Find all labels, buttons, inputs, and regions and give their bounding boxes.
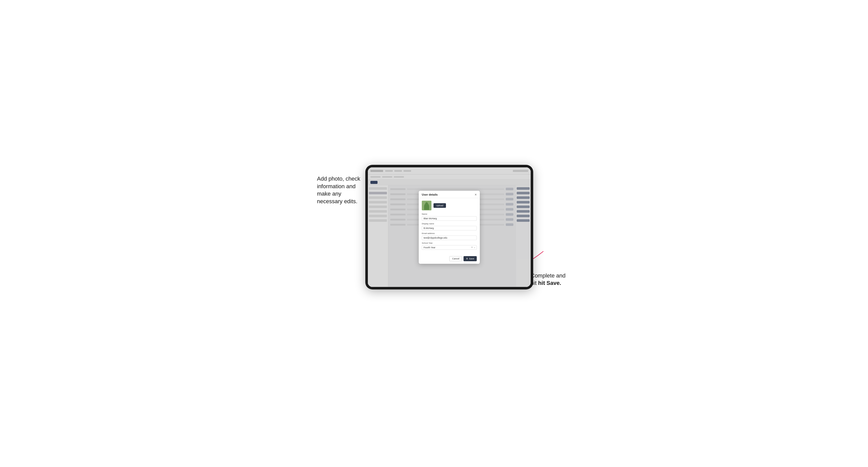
modal-footer: Cancel ⬆ Save	[419, 254, 480, 264]
school-year-field-group: School Year × ⌄	[422, 242, 477, 250]
email-input[interactable]	[422, 236, 477, 240]
photo-section: Upload	[422, 201, 477, 210]
modal-body: Upload Name Display name	[419, 198, 480, 254]
annotation-right-text1: Complete and	[531, 272, 565, 279]
select-clear-icon[interactable]: ×	[471, 246, 473, 249]
annotation-left-text3: make any	[317, 190, 341, 197]
modal-title: User details	[422, 193, 438, 196]
name-label: Name	[422, 213, 477, 215]
email-label: Email address	[422, 232, 477, 235]
modal-header: User details ×	[419, 191, 480, 198]
save-icon: ⬆	[466, 257, 468, 260]
annotation-left: Add photo, check information and make an…	[317, 175, 373, 205]
annotation-right-save: hit Save.	[538, 280, 561, 286]
scene: Add photo, check information and make an…	[319, 160, 549, 307]
email-field-group: Email address	[422, 232, 477, 240]
tablet-screen: User details × Upload Name	[368, 167, 531, 287]
name-input[interactable]	[422, 216, 477, 221]
annotation-left-text: Add photo, check	[317, 176, 360, 182]
name-field-group: Name	[422, 213, 477, 221]
user-details-modal: User details × Upload Name	[419, 191, 480, 264]
user-photo-thumbnail	[422, 201, 431, 210]
school-year-label: School Year	[422, 242, 477, 244]
upload-photo-button[interactable]: Upload	[433, 203, 446, 208]
modal-overlay: User details × Upload Name	[368, 167, 531, 287]
school-year-select-wrapper: × ⌄	[422, 245, 477, 250]
annotation-left-text2: information and	[317, 183, 355, 189]
modal-close-button[interactable]: ×	[475, 193, 477, 196]
tablet: User details × Upload Name	[365, 165, 533, 289]
school-year-input[interactable]	[422, 245, 477, 250]
cancel-button[interactable]: Cancel	[449, 256, 462, 261]
display-name-input[interactable]	[422, 226, 477, 230]
display-name-field-group: Display name	[422, 223, 477, 230]
save-button-label: Save	[469, 257, 474, 260]
display-name-label: Display name	[422, 223, 477, 225]
annotation-left-text4: necessary edits.	[317, 198, 358, 205]
chevron-down-icon[interactable]: ⌄	[474, 246, 475, 248]
annotation-right: Complete and hit hit Save.	[531, 272, 582, 287]
save-button[interactable]: ⬆ Save	[464, 256, 477, 261]
